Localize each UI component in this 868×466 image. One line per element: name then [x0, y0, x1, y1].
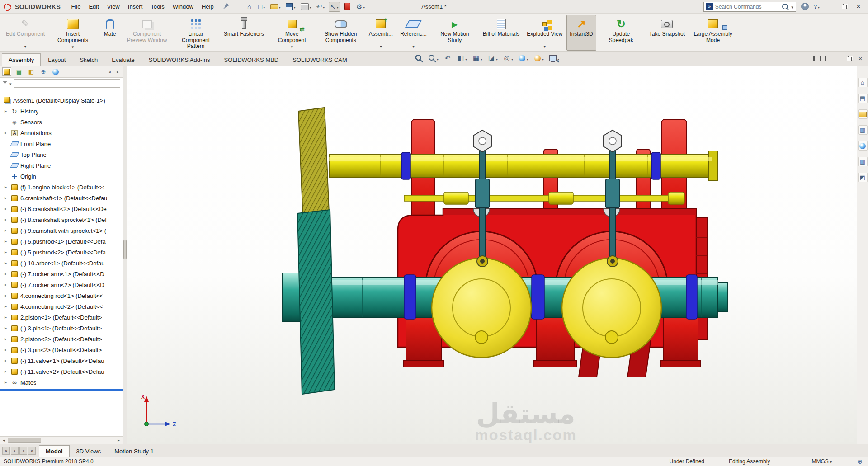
tree-item[interactable]: 2.piston<2> (Default<<Default>: [0, 334, 123, 344]
ribbon-button[interactable]: Update Speedpak: [597, 15, 645, 51]
tree-item[interactable]: (-) 7.rocker arm<1> (Default<<D: [0, 268, 123, 279]
displaymanager-tab-icon[interactable]: [51, 67, 60, 76]
scrollbar-thumb[interactable]: [8, 438, 41, 443]
custom-properties-icon[interactable]: ▥: [858, 157, 868, 166]
tree-item[interactable]: Right Plane: [0, 160, 123, 171]
expand-arrow-icon[interactable]: [5, 196, 10, 200]
zoom-area-icon[interactable]: [428, 54, 439, 62]
language-icon[interactable]: [857, 458, 863, 465]
panel-splitter[interactable]: [123, 66, 127, 444]
design-library-icon[interactable]: ▤: [858, 94, 868, 103]
file-explorer-icon[interactable]: [858, 109, 868, 119]
tree-item[interactable]: Sensors: [0, 117, 123, 127]
ribbon-button[interactable]: New Motion Study: [431, 15, 479, 51]
minimize-document-icon[interactable]: –: [836, 55, 843, 62]
menu-item[interactable]: Help: [198, 1, 218, 12]
tree-item[interactable]: (f) 1.engine block<1> (Default<<: [0, 182, 123, 193]
view-palette-icon[interactable]: ▦: [858, 125, 868, 135]
menu-item[interactable]: Tools: [146, 1, 168, 12]
expand-arrow-icon[interactable]: [5, 337, 10, 341]
undock-panel-icon[interactable]: [813, 55, 821, 62]
save-icon[interactable]: [285, 2, 297, 12]
ribbon-button[interactable]: Assemb...: [366, 15, 396, 51]
home-icon[interactable]: ⌂: [245, 2, 254, 12]
ribbon-button[interactable]: Show Hidden Components: [317, 15, 365, 51]
tree-item[interactable]: 2.piston<1> (Default<<Default>: [0, 312, 123, 323]
tree-item[interactable]: (-) 11.valve<1> (Default<<Defau: [0, 355, 123, 366]
expand-arrow-icon[interactable]: [5, 217, 10, 222]
user-account-icon[interactable]: [801, 3, 809, 10]
select-tool-icon[interactable]: ↖: [329, 2, 340, 12]
view-orientation-icon[interactable]: ▦: [472, 54, 482, 62]
crankshaft-sprocket-part[interactable]: [297, 210, 335, 394]
menu-item[interactable]: Window: [169, 1, 198, 12]
expand-arrow-icon[interactable]: [5, 207, 10, 211]
ribbon-button[interactable]: Move Component: [268, 15, 316, 51]
expand-arrow-icon[interactable]: [5, 272, 10, 276]
filter-caret-icon[interactable]: [9, 80, 12, 87]
splitter-handle[interactable]: [123, 240, 127, 259]
ribbon-tab[interactable]: Layout: [41, 53, 72, 66]
menu-item[interactable]: Edit: [85, 1, 103, 12]
panel-tab-scroll-left-icon[interactable]: ◂: [107, 67, 112, 76]
ribbon-tab[interactable]: Assembly: [2, 53, 41, 66]
tree-item[interactable]: 4.connecting rod<2> (Default<<: [0, 301, 123, 312]
tree-item[interactable]: (-) 5.pushrod<2> (Default<<Defa: [0, 247, 123, 258]
scroll-right-icon[interactable]: [115, 437, 123, 444]
ribbon-tab[interactable]: Sketch: [73, 53, 104, 66]
filter-funnel-icon[interactable]: [2, 81, 8, 86]
tree-root-item[interactable]: Assem1 (Default<Display State-1>): [0, 95, 123, 106]
expand-arrow-icon[interactable]: [5, 304, 10, 309]
xpress-products-icon[interactable]: [343, 2, 352, 12]
menu-item[interactable]: Insert: [124, 1, 147, 12]
help-menu[interactable]: ?: [814, 3, 820, 10]
expand-arrow-icon[interactable]: [5, 358, 10, 363]
rollback-bar[interactable]: [0, 389, 123, 391]
close-window-icon[interactable]: ✕: [852, 1, 865, 12]
panel-horizontal-scrollbar[interactable]: [0, 436, 123, 444]
options-gear-icon[interactable]: ⚙: [355, 2, 366, 12]
ribbon-button[interactable]: Large Assembly Mode: [689, 15, 737, 51]
panel-tab-scroll-right-icon[interactable]: ▸: [115, 67, 120, 76]
ribbon-tab[interactable]: SOLIDWORKS Add-Ins: [142, 53, 217, 66]
tree-item[interactable]: (-) 3.pin<2> (Default<<Default>: [0, 344, 123, 355]
tree-item[interactable]: History: [0, 106, 123, 117]
minimize-window-icon[interactable]: –: [825, 1, 838, 12]
hide-show-items-icon[interactable]: ◎: [503, 54, 513, 62]
tree-item[interactable]: (-) 3.pin<1> (Default<<Default>: [0, 323, 123, 334]
expand-arrow-icon[interactable]: [5, 109, 10, 113]
expand-arrow-icon[interactable]: [5, 369, 10, 374]
pin-menu-icon[interactable]: [223, 3, 230, 10]
forum-icon[interactable]: ◩: [858, 173, 868, 182]
camshaft-sprocket-part[interactable]: [298, 108, 329, 217]
ribbon-tab[interactable]: SOLIDWORKS MBD: [217, 53, 286, 66]
propertymanager-tab-icon[interactable]: ▤: [14, 67, 24, 76]
apply-scene-icon[interactable]: [533, 54, 544, 62]
ribbon-button[interactable]: Exploded View: [524, 15, 566, 51]
expand-arrow-icon[interactable]: [5, 261, 10, 265]
search-icon[interactable]: [782, 3, 789, 10]
ribbon-button[interactable]: Referenc...: [397, 15, 430, 51]
display-style-icon[interactable]: ◪: [487, 54, 498, 62]
task-pane-toggle-icon[interactable]: [825, 55, 832, 62]
engine-assembly-model[interactable]: [127, 66, 857, 444]
tree-item[interactable]: (-) 9.camshaft with sprocket<1> (: [0, 225, 123, 236]
expand-arrow-icon[interactable]: [5, 185, 10, 189]
tree-item[interactable]: (-) 8.crankshaft sprocket<1> (Def: [0, 214, 123, 225]
document-tab[interactable]: 3D Views: [70, 445, 108, 457]
expand-arrow-icon[interactable]: [5, 131, 10, 135]
edit-appearance-icon[interactable]: [518, 54, 528, 62]
solidworks-resources-icon[interactable]: ⌂: [858, 78, 868, 87]
expand-arrow-icon[interactable]: [5, 348, 10, 352]
ribbon-button[interactable]: Component Preview Window: [123, 15, 171, 51]
tab-scroll-next-icon[interactable]: ›: [19, 447, 27, 455]
tree-filter-input[interactable]: [14, 79, 120, 88]
search-input[interactable]: [715, 4, 779, 10]
ribbon-button[interactable]: Linear Component Pattern: [172, 15, 220, 51]
tree-item[interactable]: (-) 6.crankshaft<2> (Default<<De: [0, 203, 123, 214]
counterweight-disc-2[interactable]: [562, 258, 661, 358]
ribbon-button[interactable]: Bill of Materials: [480, 15, 523, 51]
restore-document-icon[interactable]: [847, 55, 853, 62]
ribbon-button[interactable]: Edit Component: [3, 15, 48, 51]
expand-arrow-icon[interactable]: [5, 315, 10, 320]
